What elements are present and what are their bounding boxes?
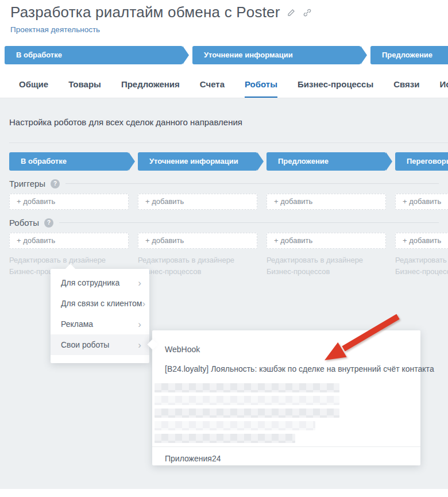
submenu-item-webhook[interactable]: WebHook — [152, 340, 420, 359]
redacted-item[interactable] — [155, 396, 339, 405]
deal-stage-bar: В обработке Уточнение информации Предлож… — [0, 46, 448, 64]
menu-item-label: Свои роботы — [61, 340, 109, 349]
stage-inner-4[interactable]: Переговорь — [395, 152, 448, 171]
tab-biznes-processy[interactable]: Бизнес-процессы — [298, 79, 373, 98]
help-icon[interactable]: ? — [44, 218, 53, 228]
stage-inner-1[interactable]: В обработке — [9, 152, 129, 171]
stage-label: Уточнение информации — [204, 51, 293, 59]
copy-link-icon[interactable] — [303, 8, 312, 17]
tab-roboty[interactable]: Роботы — [245, 79, 277, 98]
section-rule — [65, 183, 439, 184]
add-trigger-button-2[interactable]: + добавить — [138, 194, 257, 210]
redacted-item[interactable] — [155, 383, 339, 392]
menu-item-for-employee[interactable]: Для сотрудника › — [51, 272, 149, 293]
stage-label: Предложение — [278, 157, 329, 165]
tab-istoriya-cut[interactable]: Ис — [440, 79, 448, 98]
redacted-item[interactable] — [155, 434, 295, 443]
stage-label: В обработке — [16, 51, 62, 59]
stage-inner-3[interactable]: Предложение — [267, 152, 386, 171]
custom-robots-submenu: WebHook [B24.loyalty] Лояльность: кэшбэк… — [152, 330, 420, 465]
stage-top-2[interactable]: Уточнение информации — [192, 46, 361, 64]
redacted-item[interactable] — [155, 421, 315, 430]
help-icon[interactable]: ? — [51, 179, 60, 188]
robot-category-menu: Для сотрудника › Для связи с клиентом › … — [51, 269, 149, 363]
robots-heading: Настройка роботов для всех сделок данног… — [0, 98, 448, 127]
page-title: Разработка риалтайм обмена с Poster — [10, 3, 280, 21]
designer-link-4[interactable]: Редактировать в дизайнере Бизнес-процесс… — [395, 255, 448, 278]
redacted-item[interactable] — [155, 409, 339, 418]
triggers-add-row: + добавить + добавить + добавить + добав… — [0, 194, 448, 210]
add-robot-button-2[interactable]: + добавить — [138, 233, 257, 249]
chevron-right-icon: › — [142, 299, 145, 309]
add-robot-button-1[interactable]: + добавить — [9, 233, 129, 249]
menu-item-advertising[interactable]: Реклама › — [51, 314, 149, 334]
title-row: Разработка риалтайм обмена с Poster — [0, 3, 448, 21]
stage-label: Уточнение информации — [149, 157, 238, 165]
triggers-section-header: Триггеры ? — [9, 179, 439, 188]
stage-label: В обработке — [21, 157, 67, 165]
chevron-right-icon: › — [138, 278, 141, 288]
triggers-title: Триггеры — [9, 179, 45, 188]
robots-stage-bar: В обработке Уточнение информации Предлож… — [0, 152, 448, 171]
add-robot-button-4[interactable]: + добавить — [395, 233, 448, 249]
tab-svyazi[interactable]: Связи — [393, 79, 419, 98]
redacted-items-block — [152, 379, 420, 443]
page-header: Разработка риалтайм обмена с Poster Прое… — [0, 0, 448, 98]
designer-link-2[interactable]: Редактировать в дизайнере Бизнес-процесс… — [138, 255, 257, 278]
add-trigger-button-4[interactable]: + добавить — [395, 194, 448, 210]
edit-title-icon[interactable] — [287, 8, 296, 17]
stage-inner-2[interactable]: Уточнение информации — [138, 152, 257, 171]
robots-add-row: + добавить + добавить + добавить + добав… — [0, 233, 448, 249]
deal-tabs: Общие Товары Предложения Счета Роботы Би… — [0, 64, 448, 98]
submenu-item-prilozheniya24[interactable]: Приложения24 — [152, 447, 420, 468]
robots-title: Роботы — [9, 218, 39, 228]
stage-label: Переговорь — [407, 157, 448, 165]
chevron-right-icon: › — [138, 340, 141, 350]
section-rule — [59, 222, 439, 223]
chevron-right-icon: › — [138, 319, 141, 329]
tab-tovary[interactable]: Товары — [68, 79, 101, 98]
divider — [9, 142, 448, 143]
stage-top-1[interactable]: В обработке — [5, 46, 183, 64]
designer-link-3[interactable]: Редактировать в дизайнере Бизнес-процесс… — [267, 255, 386, 278]
tab-obschie[interactable]: Общие — [19, 79, 48, 98]
robots-section-header: Роботы ? — [9, 218, 439, 228]
menu-item-client-communication[interactable]: Для связи с клиентом › — [51, 293, 149, 314]
menu-item-label: Реклама — [61, 319, 93, 329]
add-trigger-button-3[interactable]: + добавить — [267, 194, 386, 210]
stage-top-3[interactable]: Предложение — [370, 46, 448, 64]
menu-item-custom-robots[interactable]: Свои роботы › — [51, 334, 149, 355]
tab-predlozheniya[interactable]: Предложения — [121, 79, 180, 98]
submenu-item-b24-loyalty[interactable]: [B24.loyalty] Лояльность: кэшбэк по сдел… — [152, 359, 420, 379]
menu-item-label: Для сотрудника — [61, 278, 119, 287]
add-robot-button-3[interactable]: + добавить — [267, 233, 386, 249]
menu-item-label: Для связи с клиентом — [61, 299, 142, 308]
tab-scheta[interactable]: Счета — [200, 79, 225, 98]
add-trigger-button-1[interactable]: + добавить — [9, 194, 129, 210]
category-link[interactable]: Проектная деятельность — [10, 25, 100, 34]
stage-label: Предложение — [382, 51, 432, 59]
